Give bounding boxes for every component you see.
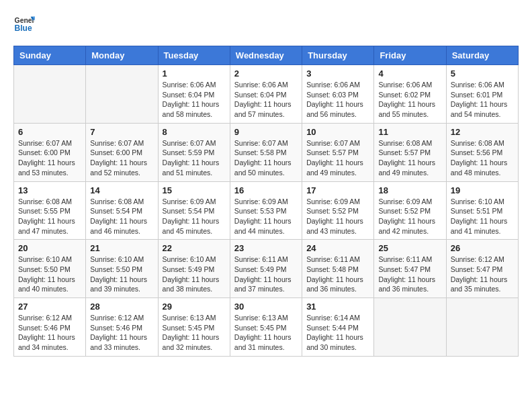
day-number: 14 [90, 185, 153, 195]
day-number: 11 [378, 127, 441, 137]
cell-info: Sunrise: 6:06 AM Sunset: 6:04 PM Dayligh… [163, 80, 226, 120]
calendar-cell: 6Sunrise: 6:07 AM Sunset: 6:00 PM Daylig… [14, 123, 86, 181]
calendar-day-header: Thursday [302, 46, 374, 65]
calendar-cell: 7Sunrise: 6:07 AM Sunset: 6:00 PM Daylig… [86, 123, 158, 181]
cell-info: Sunrise: 6:06 AM Sunset: 6:02 PM Dayligh… [378, 80, 441, 120]
day-number: 13 [18, 185, 81, 195]
calendar-cell: 22Sunrise: 6:10 AM Sunset: 5:49 PM Dayli… [158, 240, 230, 298]
calendar-cell: 9Sunrise: 6:07 AM Sunset: 5:58 PM Daylig… [230, 123, 302, 181]
calendar-day-header: Tuesday [158, 46, 230, 65]
calendar-cell: 30Sunrise: 6:13 AM Sunset: 5:45 PM Dayli… [230, 298, 302, 357]
calendar-cell [86, 65, 158, 124]
calendar-week-row: 13Sunrise: 6:08 AM Sunset: 5:55 PM Dayli… [14, 181, 519, 240]
cell-info: Sunrise: 6:12 AM Sunset: 5:46 PM Dayligh… [18, 313, 81, 353]
calendar-cell: 19Sunrise: 6:10 AM Sunset: 5:51 PM Dayli… [446, 181, 518, 240]
cell-info: Sunrise: 6:08 AM Sunset: 5:56 PM Dayligh… [451, 138, 514, 178]
page-header: General Blue [13, 13, 519, 35]
day-number: 22 [163, 243, 226, 253]
calendar-cell: 28Sunrise: 6:12 AM Sunset: 5:46 PM Dayli… [86, 298, 158, 357]
calendar-week-row: 1Sunrise: 6:06 AM Sunset: 6:04 PM Daylig… [14, 65, 519, 124]
calendar-cell: 4Sunrise: 6:06 AM Sunset: 6:02 PM Daylig… [374, 65, 446, 124]
calendar-day-header: Saturday [446, 46, 518, 65]
calendar-cell: 12Sunrise: 6:08 AM Sunset: 5:56 PM Dayli… [446, 123, 518, 181]
calendar-cell: 13Sunrise: 6:08 AM Sunset: 5:55 PM Dayli… [14, 181, 86, 240]
cell-info: Sunrise: 6:07 AM Sunset: 6:00 PM Dayligh… [18, 138, 81, 178]
calendar-cell: 16Sunrise: 6:09 AM Sunset: 5:53 PM Dayli… [230, 181, 302, 240]
calendar-cell: 3Sunrise: 6:06 AM Sunset: 6:03 PM Daylig… [302, 65, 374, 124]
calendar-cell: 14Sunrise: 6:08 AM Sunset: 5:54 PM Dayli… [86, 181, 158, 240]
calendar-cell: 21Sunrise: 6:10 AM Sunset: 5:50 PM Dayli… [86, 240, 158, 298]
day-number: 30 [234, 302, 298, 312]
cell-info: Sunrise: 6:09 AM Sunset: 5:54 PM Dayligh… [163, 197, 226, 236]
calendar-cell: 29Sunrise: 6:13 AM Sunset: 5:45 PM Dayli… [158, 298, 230, 357]
cell-info: Sunrise: 6:14 AM Sunset: 5:44 PM Dayligh… [306, 313, 369, 353]
calendar-cell: 8Sunrise: 6:07 AM Sunset: 5:59 PM Daylig… [158, 123, 230, 181]
calendar-cell: 1Sunrise: 6:06 AM Sunset: 6:04 PM Daylig… [158, 65, 230, 124]
cell-info: Sunrise: 6:13 AM Sunset: 5:45 PM Dayligh… [163, 313, 226, 353]
calendar-week-row: 27Sunrise: 6:12 AM Sunset: 5:46 PM Dayli… [14, 298, 519, 357]
calendar-cell: 11Sunrise: 6:08 AM Sunset: 5:57 PM Dayli… [374, 123, 446, 181]
day-number: 21 [90, 243, 153, 253]
day-number: 19 [451, 185, 514, 195]
svg-text:Blue: Blue [15, 24, 32, 33]
cell-info: Sunrise: 6:10 AM Sunset: 5:50 PM Dayligh… [18, 255, 81, 294]
cell-info: Sunrise: 6:12 AM Sunset: 5:46 PM Dayligh… [90, 313, 153, 353]
cell-info: Sunrise: 6:10 AM Sunset: 5:49 PM Dayligh… [163, 255, 226, 294]
calendar-day-header: Wednesday [230, 46, 302, 65]
day-number: 9 [234, 127, 298, 137]
cell-info: Sunrise: 6:10 AM Sunset: 5:51 PM Dayligh… [451, 197, 514, 236]
calendar-cell [446, 298, 518, 357]
cell-info: Sunrise: 6:08 AM Sunset: 5:54 PM Dayligh… [90, 197, 153, 236]
cell-info: Sunrise: 6:11 AM Sunset: 5:48 PM Dayligh… [306, 255, 369, 294]
cell-info: Sunrise: 6:09 AM Sunset: 5:53 PM Dayligh… [234, 197, 298, 236]
logo-icon: General Blue [13, 13, 35, 35]
cell-info: Sunrise: 6:08 AM Sunset: 5:55 PM Dayligh… [18, 197, 81, 236]
logo: General Blue [13, 13, 39, 35]
calendar-cell: 25Sunrise: 6:11 AM Sunset: 5:47 PM Dayli… [374, 240, 446, 298]
calendar-cell: 23Sunrise: 6:11 AM Sunset: 5:49 PM Dayli… [230, 240, 302, 298]
cell-info: Sunrise: 6:12 AM Sunset: 5:47 PM Dayligh… [451, 255, 514, 294]
cell-info: Sunrise: 6:11 AM Sunset: 5:47 PM Dayligh… [378, 255, 441, 294]
cell-info: Sunrise: 6:09 AM Sunset: 5:52 PM Dayligh… [378, 197, 441, 236]
calendar-cell: 20Sunrise: 6:10 AM Sunset: 5:50 PM Dayli… [14, 240, 86, 298]
calendar-table: SundayMondayTuesdayWednesdayThursdayFrid… [13, 46, 519, 357]
calendar-day-header: Monday [86, 46, 158, 65]
calendar-cell: 27Sunrise: 6:12 AM Sunset: 5:46 PM Dayli… [14, 298, 86, 357]
day-number: 25 [378, 243, 441, 253]
calendar-day-header: Friday [374, 46, 446, 65]
day-number: 1 [163, 68, 226, 79]
day-number: 2 [234, 68, 298, 79]
cell-info: Sunrise: 6:09 AM Sunset: 5:52 PM Dayligh… [306, 197, 369, 236]
day-number: 26 [451, 243, 514, 253]
day-number: 31 [306, 302, 369, 312]
calendar-cell: 24Sunrise: 6:11 AM Sunset: 5:48 PM Dayli… [302, 240, 374, 298]
calendar-cell: 10Sunrise: 6:07 AM Sunset: 5:57 PM Dayli… [302, 123, 374, 181]
calendar-week-row: 20Sunrise: 6:10 AM Sunset: 5:50 PM Dayli… [14, 240, 519, 298]
calendar-cell: 26Sunrise: 6:12 AM Sunset: 5:47 PM Dayli… [446, 240, 518, 298]
day-number: 3 [306, 68, 369, 79]
day-number: 15 [163, 185, 226, 195]
day-number: 10 [306, 127, 369, 137]
day-number: 17 [306, 185, 369, 195]
cell-info: Sunrise: 6:07 AM Sunset: 5:58 PM Dayligh… [234, 138, 298, 178]
cell-info: Sunrise: 6:13 AM Sunset: 5:45 PM Dayligh… [234, 313, 298, 353]
day-number: 23 [234, 243, 298, 253]
cell-info: Sunrise: 6:06 AM Sunset: 6:03 PM Dayligh… [306, 80, 369, 120]
day-number: 4 [378, 68, 441, 79]
cell-info: Sunrise: 6:06 AM Sunset: 6:04 PM Dayligh… [234, 80, 298, 120]
calendar-day-header: Sunday [14, 46, 86, 65]
calendar-cell [14, 65, 86, 124]
day-number: 29 [163, 302, 226, 312]
calendar-cell: 18Sunrise: 6:09 AM Sunset: 5:52 PM Dayli… [374, 181, 446, 240]
cell-info: Sunrise: 6:11 AM Sunset: 5:49 PM Dayligh… [234, 255, 298, 294]
cell-info: Sunrise: 6:07 AM Sunset: 5:57 PM Dayligh… [306, 138, 369, 178]
day-number: 8 [163, 127, 226, 137]
calendar-header-row: SundayMondayTuesdayWednesdayThursdayFrid… [14, 46, 519, 65]
cell-info: Sunrise: 6:07 AM Sunset: 6:00 PM Dayligh… [90, 138, 153, 178]
calendar-week-row: 6Sunrise: 6:07 AM Sunset: 6:00 PM Daylig… [14, 123, 519, 181]
day-number: 5 [451, 68, 514, 79]
day-number: 6 [18, 127, 81, 137]
day-number: 12 [451, 127, 514, 137]
cell-info: Sunrise: 6:07 AM Sunset: 5:59 PM Dayligh… [163, 138, 226, 178]
day-number: 24 [306, 243, 369, 253]
